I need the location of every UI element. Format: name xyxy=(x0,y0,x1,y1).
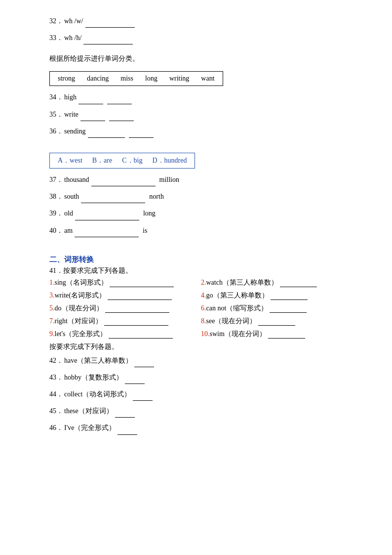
num-32: 32． xyxy=(49,15,64,27)
answer-34a[interactable] xyxy=(78,91,103,104)
wb2-word3: C．big xyxy=(122,156,142,165)
text-33: wh /h/ xyxy=(64,32,81,44)
answer-46[interactable] xyxy=(118,422,137,434)
num-35: 35． xyxy=(49,108,64,121)
answer-41-2[interactable] xyxy=(280,279,317,287)
item-44: 44． collect（动名词形式） xyxy=(49,388,353,401)
suffix-39: long xyxy=(143,207,156,219)
text-32: wh /w/ xyxy=(64,15,83,27)
text-44: collect（动名词形式） xyxy=(64,388,131,400)
answer-39[interactable] xyxy=(75,207,139,220)
wb1-word1: strong xyxy=(58,75,75,83)
answer-43[interactable] xyxy=(125,371,145,384)
text-45: these（对应词） xyxy=(64,405,113,417)
q41-n5: 5. xyxy=(49,304,55,312)
wb1-word6: want xyxy=(201,75,214,83)
q41-t8: see（现在分词） xyxy=(206,317,257,326)
item-46: 46． I've（完全形式） xyxy=(49,422,353,434)
q41-n9: 9. xyxy=(49,330,55,338)
item-40: 40． am is xyxy=(49,224,353,237)
q41-n3: 3. xyxy=(49,292,55,299)
num-40: 40． xyxy=(49,224,64,237)
q41-n2: 2. xyxy=(201,279,206,287)
item-32: 32． wh /w/ xyxy=(49,15,353,28)
item-35: 35． write xyxy=(49,108,353,121)
q41-col1-r3: 5. do（现在分词） xyxy=(49,304,201,313)
item-39: 39． old long xyxy=(49,207,353,220)
section2-title: 二、词形转换 xyxy=(49,255,353,264)
answer-35b[interactable] xyxy=(109,108,134,121)
answer-41-9[interactable] xyxy=(109,330,173,339)
q41-n10: 10. xyxy=(201,330,210,338)
num-42: 42． xyxy=(49,354,64,367)
wb2-word2: B．are xyxy=(92,156,112,165)
num-44: 44． xyxy=(49,388,64,400)
answer-36b[interactable] xyxy=(129,125,154,138)
answer-36a[interactable] xyxy=(88,125,125,138)
word-box-2: A．west B．are C．big D．hundred xyxy=(49,148,353,173)
answer-41-10[interactable] xyxy=(268,330,305,339)
q41-col2-r3: 6. can not（缩写形式） xyxy=(201,304,353,313)
answer-32[interactable] xyxy=(85,15,135,28)
item-34: 34． high xyxy=(49,91,353,104)
wb1-word5: writing xyxy=(169,75,189,83)
answer-41-6[interactable] xyxy=(270,304,307,313)
q41-n7: 7. xyxy=(49,317,55,325)
answer-34b[interactable] xyxy=(107,91,132,104)
answer-41-7[interactable] xyxy=(104,317,168,326)
suffix-40: is xyxy=(143,224,147,237)
wb1-word3: miss xyxy=(120,75,133,83)
answer-35a[interactable] xyxy=(80,108,105,121)
answer-38[interactable] xyxy=(81,190,145,203)
item-42: 42． have（第三人称单数） xyxy=(49,354,353,367)
q41-row4: 7. right（对应词） 8. see（现在分词） xyxy=(49,317,353,326)
answer-44[interactable] xyxy=(133,388,153,401)
answer-41-4[interactable] xyxy=(271,292,308,300)
q41-n1: 1. xyxy=(49,279,55,287)
text-39: old xyxy=(64,207,73,219)
text-36: sending xyxy=(64,125,86,137)
q41-row3: 5. do（现在分词） 6. can not（缩写形式） xyxy=(49,304,353,313)
num-34: 34． xyxy=(49,91,64,103)
answer-42[interactable] xyxy=(134,354,154,367)
suffix-37: million xyxy=(159,173,179,186)
q41-n4: 4. xyxy=(201,292,206,299)
answer-41-5[interactable] xyxy=(105,304,169,313)
text-35: write xyxy=(64,108,78,121)
answer-37[interactable] xyxy=(91,173,156,186)
q41-col1-r1: 1. sing（名词形式） xyxy=(49,278,201,287)
q41-t6: can not（缩写形式） xyxy=(206,304,268,313)
num-36: 36． xyxy=(49,125,64,137)
q41-t3: write(名词形式） xyxy=(55,291,106,300)
text-40: am xyxy=(64,224,73,237)
item-38: 38． south north xyxy=(49,190,353,203)
wb2-word1: A．west xyxy=(58,156,82,165)
items-32-33: 32． wh /w/ 33． wh /h/ xyxy=(49,15,353,44)
answer-33[interactable] xyxy=(83,32,133,44)
wb1-word2: dancing xyxy=(87,75,109,83)
item-33: 33． wh /h/ xyxy=(49,32,353,44)
text-34: high xyxy=(64,91,77,103)
num-45: 45． xyxy=(49,405,64,417)
text-38: south xyxy=(64,190,79,203)
answer-45[interactable] xyxy=(115,405,135,418)
q41-col2-r2: 4. go（第三人称单数） xyxy=(201,291,353,300)
q41-col2-r1: 2. watch（第三人称单数） xyxy=(201,278,353,287)
q41-col1-r4: 7. right（对应词） xyxy=(49,317,201,326)
section2: 二、词形转换 41．按要求完成下列各题。 1. sing（名词形式） 2. wa… xyxy=(49,255,353,435)
answer-41-1[interactable] xyxy=(110,279,174,287)
q42-instruction: 按要求完成下列各题。 xyxy=(49,342,353,351)
text-42: have（第三人称单数） xyxy=(64,354,132,367)
answer-40[interactable] xyxy=(75,224,139,237)
answer-41-8[interactable] xyxy=(258,317,295,326)
answer-41-3[interactable] xyxy=(108,292,172,300)
q41-t2: watch（第三人称单数） xyxy=(206,278,278,287)
q41-col2-r4: 8. see（现在分词） xyxy=(201,317,353,326)
num-46: 46． xyxy=(49,422,64,434)
q41-t5: do（现在分词） xyxy=(55,304,103,313)
q41-t7: right（对应词） xyxy=(55,317,102,326)
num-37: 37． xyxy=(49,173,64,186)
suffix-38: north xyxy=(149,190,164,203)
q41-instruction: 41．按要求完成下列各题。 xyxy=(49,266,353,275)
num-43: 43． xyxy=(49,371,64,384)
